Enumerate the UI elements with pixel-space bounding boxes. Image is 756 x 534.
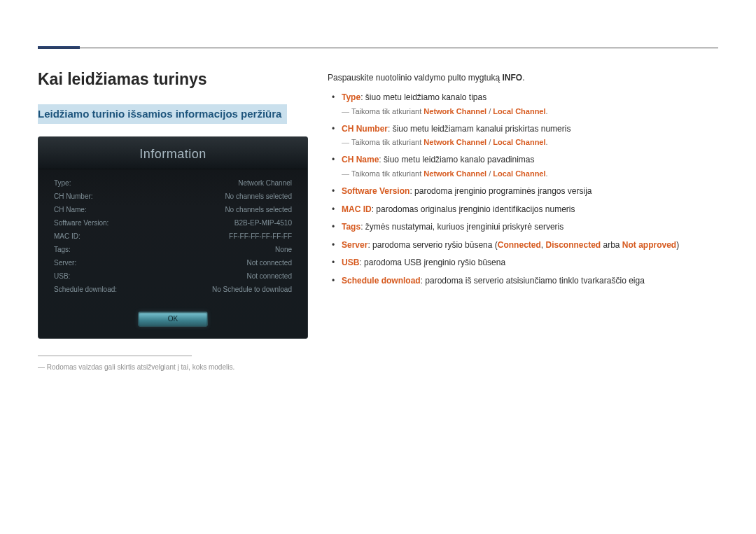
info-value: No channels selected bbox=[225, 192, 292, 200]
item-ch-name: CH Name: šiuo metu leidžiamo kanalo pava… bbox=[332, 153, 718, 180]
info-row-server: Server:Not connected bbox=[54, 256, 292, 269]
info-label: Type: bbox=[54, 179, 71, 187]
intro-line: Paspauskite nuotolinio valdymo pulto myg… bbox=[328, 73, 718, 83]
info-label: Tags: bbox=[54, 246, 71, 253]
info-value: None bbox=[275, 246, 292, 253]
info-value: B2B-EP-MIP-4510 bbox=[234, 219, 292, 227]
item-chnum-text: : šiuo metu leidžiamam kanalui priskirta… bbox=[388, 124, 570, 134]
item-server-a: : parodoma serverio ryšio būsena ( bbox=[368, 240, 497, 250]
info-row-type: Type:Network Channel bbox=[54, 176, 292, 190]
info-label: Software Version: bbox=[54, 219, 108, 227]
section-subheader-label: Leidžiamo turinio išsamios informacijos … bbox=[38, 108, 281, 120]
item-chname-sub: Taikoma tik atkuriant Network Channel / … bbox=[342, 168, 718, 180]
item-software-version: Software Version: parodoma įrenginio pro… bbox=[332, 185, 718, 198]
header-rule bbox=[38, 48, 718, 48]
item-usb-key: USB bbox=[342, 258, 359, 267]
item-mac-id: MAC ID: parodomas originalus įrenginio i… bbox=[332, 203, 718, 216]
item-type-text: : šiuo metu leidžiamo kanalo tipas bbox=[360, 92, 486, 102]
item-tags-key: Tags bbox=[342, 222, 360, 232]
intro-c: . bbox=[522, 73, 524, 83]
footnote-rule bbox=[38, 356, 192, 356]
info-label: MAC ID: bbox=[54, 232, 80, 240]
item-sched-text: : parodoma iš serverio atsisiunčiamo tin… bbox=[421, 276, 645, 286]
description-list: Type: šiuo metu leidžiamo kanalo tipas T… bbox=[328, 91, 718, 287]
item-mac-key: MAC ID bbox=[342, 204, 372, 214]
footnote-text: Rodomas vaizdas gali skirtis atsižvelgia… bbox=[38, 363, 308, 371]
information-panel-body: Type:Network Channel CH Number:No channe… bbox=[38, 169, 307, 296]
item-sched-key: Schedule download bbox=[342, 276, 421, 286]
info-value: FF-FF-FF-FF-FF-FF bbox=[229, 232, 292, 240]
item-chnum-sub: Taikoma tik atkuriant Network Channel / … bbox=[342, 136, 718, 148]
item-server-key: Server bbox=[342, 240, 368, 250]
item-chname-text: : šiuo metu leidžiamo kanalo pavadinimas bbox=[379, 155, 534, 164]
item-server-not-approved: Not approved bbox=[622, 240, 676, 250]
item-server: Server: parodoma serverio ryšio būsena (… bbox=[332, 239, 718, 252]
item-tags: Tags: žymės nustatymai, kuriuos įrengini… bbox=[332, 220, 718, 234]
info-value: No channels selected bbox=[225, 206, 292, 213]
section-subheader: Leidžiamo turinio išsamios informacijos … bbox=[38, 104, 287, 124]
item-chnum-key: CH Number bbox=[342, 124, 388, 134]
info-row-tags: Tags:None bbox=[54, 243, 292, 256]
info-row-usb: USB:Not connected bbox=[54, 269, 292, 283]
intro-info-bold: INFO bbox=[502, 73, 522, 83]
information-panel-title: Information bbox=[38, 137, 307, 169]
item-type-sub: Taikoma tik atkuriant Network Channel / … bbox=[342, 106, 718, 118]
item-chname-key: CH Name bbox=[342, 155, 379, 164]
intro-a: Paspauskite nuotolinio valdymo pulto myg… bbox=[328, 73, 502, 83]
info-label: CH Name: bbox=[54, 206, 87, 213]
item-usb: USB: parodoma USB įrenginio ryšio būsena bbox=[332, 256, 718, 269]
item-schedule-download: Schedule download: parodoma iš serverio … bbox=[332, 274, 718, 288]
item-type-key: Type bbox=[342, 92, 360, 102]
info-value: Not connected bbox=[247, 272, 293, 280]
item-usb-text: : parodoma USB įrenginio ryšio būsena bbox=[359, 258, 505, 267]
item-sw-key: Software Version bbox=[342, 186, 410, 196]
information-panel: Information Type:Network Channel CH Numb… bbox=[38, 136, 308, 339]
info-value: Not connected bbox=[247, 259, 293, 267]
info-label: Server: bbox=[54, 259, 76, 267]
info-label: USB: bbox=[54, 272, 70, 280]
item-tags-text: : žymės nustatymai, kuriuos įrenginiui p… bbox=[360, 222, 564, 232]
item-ch-number: CH Number: šiuo metu leidžiamam kanalui … bbox=[332, 122, 718, 149]
info-label: Schedule download: bbox=[54, 286, 117, 293]
item-type: Type: šiuo metu leidžiamo kanalo tipas T… bbox=[332, 91, 718, 118]
item-sw-text: : parodoma įrenginio programinės įrangos… bbox=[410, 186, 592, 196]
info-value: No Schedule to download bbox=[212, 286, 292, 293]
info-row-ch-number: CH Number:No channels selected bbox=[54, 190, 292, 203]
ok-button[interactable]: OK bbox=[138, 311, 208, 327]
item-server-connected: Connected bbox=[498, 240, 541, 250]
page-title: Kai leidžiamas turinys bbox=[38, 70, 308, 89]
info-row-schedule: Schedule download:No Schedule to downloa… bbox=[54, 283, 292, 296]
info-value: Network Channel bbox=[238, 179, 292, 187]
item-server-disconnected: Disconnected bbox=[545, 240, 601, 250]
info-row-mac-id: MAC ID:FF-FF-FF-FF-FF-FF bbox=[54, 230, 292, 243]
item-mac-text: : parodomas originalus įrenginio identif… bbox=[372, 204, 575, 214]
info-label: CH Number: bbox=[54, 192, 93, 200]
info-row-software-version: Software Version:B2B-EP-MIP-4510 bbox=[54, 216, 292, 230]
info-row-ch-name: CH Name:No channels selected bbox=[54, 203, 292, 216]
